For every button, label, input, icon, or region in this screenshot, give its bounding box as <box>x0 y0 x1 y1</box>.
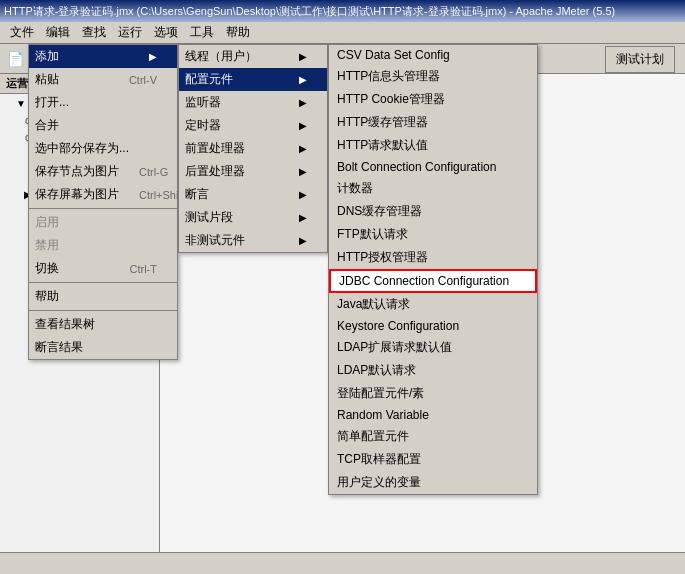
menu-http-default[interactable]: HTTP请求默认值 <box>329 134 537 157</box>
dropdown-add: 添加 ▶ 粘贴 Ctrl-V 打开... 合并 选中部分保存为... 保存节点为… <box>28 44 178 360</box>
status-bar <box>0 552 685 574</box>
menu-pre-processor[interactable]: 前置处理器 ▶ <box>179 137 327 160</box>
menu-help[interactable]: 帮助 <box>220 22 256 43</box>
menu-merge[interactable]: 合并 <box>29 114 177 137</box>
menu-jdbc[interactable]: JDBC Connection Configuration <box>329 269 537 293</box>
menu-http-auth[interactable]: HTTP授权管理器 <box>329 246 537 269</box>
menu-assertion[interactable]: 断言 ▶ <box>179 183 327 206</box>
menu-user-defined[interactable]: 用户定义的变量 <box>329 471 537 494</box>
menu-disable[interactable]: 禁用 <box>29 234 177 257</box>
menu-config[interactable]: 配置元件 ▶ <box>179 68 327 91</box>
menu-csv[interactable]: CSV Data Set Config <box>329 45 537 65</box>
menu-add[interactable]: 添加 ▶ <box>29 45 177 68</box>
menu-edit[interactable]: 编辑 <box>40 22 76 43</box>
menu-test-fragment[interactable]: 测试片段 ▶ <box>179 206 327 229</box>
menu-save-node[interactable]: 保存节点为图片 Ctrl-G <box>29 160 177 183</box>
menu-non-test[interactable]: 非测试元件 ▶ <box>179 229 327 252</box>
menu-dns[interactable]: DNS缓存管理器 <box>329 200 537 223</box>
menu-post-processor[interactable]: 后置处理器 ▶ <box>179 160 327 183</box>
menu-login-config[interactable]: 登陆配置元件/素 <box>329 382 537 405</box>
menu-find[interactable]: 查找 <box>76 22 112 43</box>
menu-java-default[interactable]: Java默认请求 <box>329 293 537 316</box>
menu-save-selected[interactable]: 选中部分保存为... <box>29 137 177 160</box>
menu-simple-config[interactable]: 简单配置元件 <box>329 425 537 448</box>
menu-listener[interactable]: 监听器 ▶ <box>179 91 327 114</box>
menu-ldap-ext[interactable]: LDAP扩展请求默认值 <box>329 336 537 359</box>
menu-save-screen[interactable]: 保存屏幕为图片 Ctrl+Shift-G <box>29 183 177 206</box>
menu-file[interactable]: 文件 <box>4 22 40 43</box>
sep-d1 <box>29 208 177 209</box>
menu-results-tree[interactable]: 查看结果树 <box>29 313 177 336</box>
menu-run[interactable]: 运行 <box>112 22 148 43</box>
menu-enable[interactable]: 启用 <box>29 211 177 234</box>
menu-ldap-default[interactable]: LDAP默认请求 <box>329 359 537 382</box>
sep-d2 <box>29 282 177 283</box>
menu-random-var[interactable]: Random Variable <box>329 405 537 425</box>
menu-assert-results[interactable]: 断言结果 <box>29 336 177 359</box>
menu-thread[interactable]: 线程（用户） ▶ <box>179 45 327 68</box>
menu-http-cookie[interactable]: HTTP Cookie管理器 <box>329 88 537 111</box>
menu-keystore[interactable]: Keystore Configuration <box>329 316 537 336</box>
menu-timer[interactable]: 定时器 ▶ <box>179 114 327 137</box>
menu-tools[interactable]: 工具 <box>184 22 220 43</box>
menu-paste[interactable]: 粘贴 Ctrl-V <box>29 68 177 91</box>
sep-d3 <box>29 310 177 311</box>
menu-counter[interactable]: 计数器 <box>329 177 537 200</box>
menu-bar: 文件 编辑 查找 运行 选项 工具 帮助 <box>0 22 685 44</box>
menu-http-header[interactable]: HTTP信息头管理器 <box>329 65 537 88</box>
menu-options[interactable]: 选项 <box>148 22 184 43</box>
menu-toggle[interactable]: 切换 Ctrl-T <box>29 257 177 280</box>
menu-ftp[interactable]: FTP默认请求 <box>329 223 537 246</box>
toolbar-new[interactable]: 📄 <box>4 48 26 70</box>
menu-helpmenu[interactable]: 帮助 <box>29 285 177 308</box>
dropdown-submenu: 线程（用户） ▶ 配置元件 ▶ 监听器 ▶ 定时器 ▶ 前置处理器 ▶ 后置处理… <box>178 44 328 253</box>
dropdown-config-items: CSV Data Set Config HTTP信息头管理器 HTTP Cook… <box>328 44 538 495</box>
title-bar: HTTP请求-登录验证码.jmx (C:\Users\GengSun\Deskt… <box>0 0 685 22</box>
menu-bolt[interactable]: Bolt Connection Configuration <box>329 157 537 177</box>
title-text: HTTP请求-登录验证码.jmx (C:\Users\GengSun\Deskt… <box>4 4 681 19</box>
menu-tcp-config[interactable]: TCP取样器配置 <box>329 448 537 471</box>
menu-open[interactable]: 打开... <box>29 91 177 114</box>
menu-http-cache[interactable]: HTTP缓存管理器 <box>329 111 537 134</box>
